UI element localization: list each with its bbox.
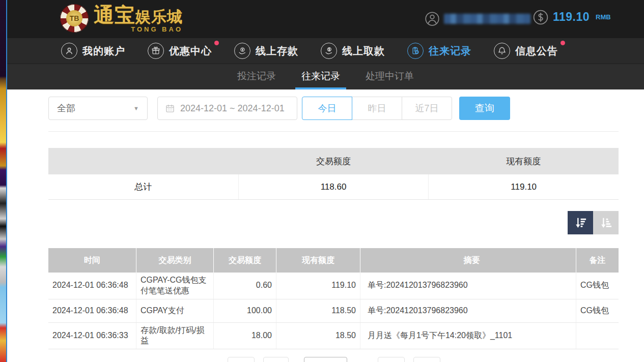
cell-amount: 18.00 — [214, 323, 276, 349]
tab-pending-orders[interactable]: 处理中订单 — [359, 64, 420, 89]
cell-summary: 月月送《每月1号下午14:20领取》_1101 — [360, 323, 576, 349]
header-remark: 备注 — [576, 248, 619, 273]
poker-chip-icon: TB — [60, 4, 89, 33]
background-promo-strip — [0, 0, 7, 362]
type-select[interactable]: 全部 ▼ — [48, 97, 148, 120]
deposit-icon — [234, 43, 250, 59]
user-account[interactable] — [425, 11, 530, 26]
site-subtitle: TONG BAO — [131, 26, 183, 33]
summary-header-current: 现有额度 — [429, 148, 619, 174]
quick-date-buttons: 今日 昨日 近7日 — [302, 97, 452, 120]
notification-dot — [561, 41, 565, 45]
dollar-coin-icon — [533, 9, 548, 24]
record-tabbar: 投注记录 往来记录 处理中订单 — [7, 64, 644, 89]
nav-item-deposit[interactable]: 线上存款 — [234, 43, 298, 59]
site-title: 通宝娱乐城 — [94, 5, 183, 25]
cell-summary: 单号:202412013796823960 — [360, 299, 576, 322]
header-balance: 现有额度 — [276, 248, 360, 273]
user-icon — [61, 43, 77, 59]
chip-monogram: TB — [66, 10, 82, 26]
nav-item-withdraw[interactable]: 线上取款 — [321, 43, 385, 59]
header-summary: 摘要 — [360, 248, 576, 273]
nav-item-my-account[interactable]: 我的账户 — [61, 43, 125, 59]
cell-remark: CG钱包 — [576, 273, 619, 299]
cell-time: 2024-12-01 06:36:48 — [48, 299, 136, 322]
pagination-next-button[interactable] — [378, 357, 405, 362]
last7days-button[interactable]: 近7日 — [402, 97, 452, 120]
withdraw-icon — [321, 43, 337, 59]
summary-table: 交易额度 现有额度 总计 118.60 119.10 — [48, 148, 619, 200]
search-button[interactable]: 查询 — [459, 97, 510, 120]
yesterday-button[interactable]: 昨日 — [352, 97, 402, 120]
summary-current-amount: 119.10 — [429, 174, 619, 199]
header-amount: 交易额度 — [214, 248, 276, 273]
summary-header-row: 交易额度 现有额度 — [48, 148, 619, 174]
username-blurred — [444, 14, 530, 24]
gift-icon — [148, 43, 164, 59]
cell-type: CGPAY-CG钱包支付笔笔送优惠 — [136, 273, 214, 299]
header-time: 时间 — [48, 248, 136, 273]
cell-time: 2024-12-01 06:36:48 — [48, 273, 136, 299]
nav-item-transactions[interactable]: 往来记录 — [407, 43, 471, 59]
sort-descending-button[interactable] — [568, 211, 593, 234]
date-range-input[interactable]: 2024-12-01 ~ 2024-12-01 — [157, 97, 297, 120]
pagination-last-button[interactable] — [413, 357, 440, 362]
cell-remark — [576, 323, 619, 349]
pagination-first-button[interactable] — [228, 357, 255, 362]
pagination-current-page[interactable] — [304, 357, 347, 362]
bell-icon — [494, 43, 510, 59]
summary-total-row: 总计 118.60 119.10 — [48, 174, 619, 200]
table-row: 2024-12-01 06:36:33 存款/取款/打码/损益 18.00 18… — [48, 323, 619, 350]
cell-balance: 118.50 — [276, 299, 360, 322]
cell-amount: 0.60 — [214, 273, 276, 299]
balance[interactable]: 119.10 RMB — [533, 9, 611, 24]
nav-item-promotions[interactable]: 优惠中心 — [148, 43, 212, 59]
table-row: 2024-12-01 06:36:48 CGPAY支付 100.00 118.5… — [48, 299, 619, 323]
user-avatar-icon — [425, 11, 440, 26]
cell-amount: 100.00 — [214, 299, 276, 322]
pagination-prev-button[interactable] — [263, 357, 289, 362]
date-range-value: 2024-12-01 ~ 2024-12-01 — [180, 103, 285, 114]
cell-summary: 单号:202412013796823960 — [360, 273, 576, 299]
calendar-icon — [165, 103, 175, 113]
cell-balance: 18.50 — [276, 323, 360, 349]
records-icon — [407, 43, 424, 59]
top-header: TB 通宝娱乐城 TONG BAO — [7, 0, 644, 38]
page: TB 通宝娱乐城 TONG BAO — [0, 0, 644, 362]
table-row: 2024-12-01 06:36:48 CGPAY-CG钱包支付笔笔送优惠 0.… — [48, 273, 619, 299]
notification-dot — [214, 41, 219, 45]
today-button[interactable]: 今日 — [302, 97, 352, 120]
summary-total-label: 总计 — [48, 174, 239, 199]
cell-type: 存款/取款/打码/损益 — [136, 323, 214, 349]
cell-time: 2024-12-01 06:36:33 — [48, 323, 136, 349]
main-nav: 我的账户 优惠中心 线上存 — [7, 38, 644, 64]
header-type: 交易类别 — [136, 248, 214, 273]
section-divider — [48, 131, 619, 132]
cell-remark: CG钱包 — [576, 299, 619, 322]
nav-item-announcements[interactable]: 信息公告 — [494, 43, 558, 59]
site-logo[interactable]: TB 通宝娱乐城 TONG BAO — [60, 4, 183, 33]
cell-balance: 119.10 — [276, 273, 360, 299]
records-header-row: 时间 交易类别 交易额度 现有额度 摘要 备注 — [48, 248, 619, 273]
records-table: 时间 交易类别 交易额度 现有额度 摘要 备注 2024-12-01 06:36… — [48, 248, 619, 349]
balance-currency: RMB — [596, 13, 611, 21]
balance-amount: 119.10 — [553, 10, 590, 24]
sort-controls — [568, 211, 619, 234]
summary-header-empty — [48, 148, 238, 174]
cell-type: CGPAY支付 — [136, 299, 214, 322]
chevron-down-icon: ▼ — [133, 105, 139, 111]
summary-transaction-amount: 118.60 — [239, 174, 429, 199]
tab-betting-records[interactable]: 投注记录 — [231, 64, 282, 89]
summary-header-transaction: 交易额度 — [238, 148, 428, 174]
type-select-value: 全部 — [57, 102, 75, 114]
sort-ascending-button[interactable] — [593, 211, 619, 234]
tab-transaction-records[interactable]: 往来记录 — [295, 64, 346, 89]
